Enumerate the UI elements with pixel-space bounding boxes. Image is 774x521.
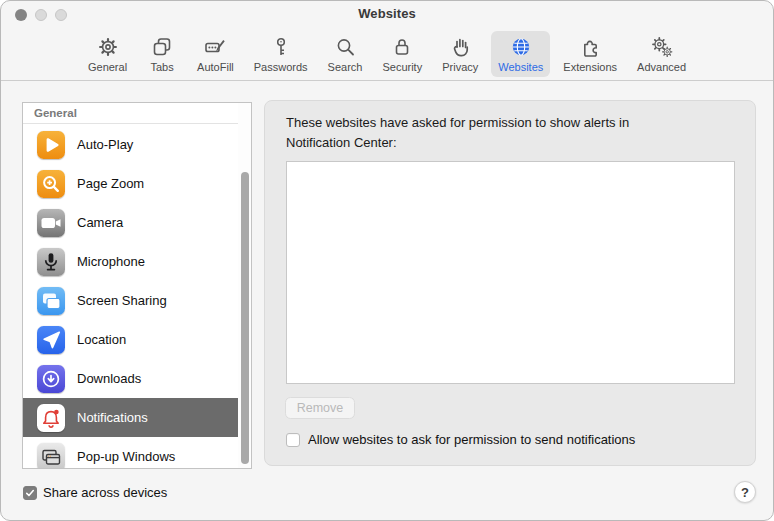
toolbar-tab-label: Tabs	[150, 61, 173, 73]
microphone-icon	[37, 248, 65, 276]
sidebar-item-label: Auto-Play	[77, 137, 133, 152]
location-icon	[37, 326, 65, 354]
sidebar-scrollbar[interactable]	[238, 103, 251, 468]
toolbar-tab-security[interactable]: Security	[375, 31, 429, 77]
hand-icon	[448, 34, 473, 59]
allow-notifications-label: Allow websites to ask for permission to …	[308, 432, 635, 447]
toolbar: GeneralTabsAutoFillPasswordsSearchSecuri…	[1, 29, 773, 81]
sidebar-item-label: Page Zoom	[77, 176, 144, 191]
toolbar-tab-label: Extensions	[563, 61, 617, 73]
safari-preferences-window: Websites GeneralTabsAutoFillPasswordsSea…	[0, 0, 774, 521]
toolbar-tab-label: Websites	[498, 61, 543, 73]
sidebar-item-label: Location	[77, 332, 126, 347]
sidebar-item-label: Screen Sharing	[77, 293, 167, 308]
toolbar-tab-autofill[interactable]: AutoFill	[190, 31, 241, 77]
sidebar-item-camera[interactable]: Camera	[23, 203, 238, 242]
sidebar-list: Auto-PlayPage ZoomCameraMicrophoneScreen…	[23, 125, 251, 468]
camera-icon	[37, 209, 65, 237]
sidebar-item-label: Notifications	[77, 410, 148, 425]
lock-icon	[390, 34, 415, 59]
auto-play-icon	[37, 131, 65, 159]
toolbar-tab-label: Advanced	[637, 61, 686, 73]
sidebar-item-page-zoom[interactable]: Page Zoom	[23, 164, 238, 203]
sidebar-item-location[interactable]: Location	[23, 320, 238, 359]
toolbar-tab-label: Security	[382, 61, 422, 73]
toolbar-tab-extensions[interactable]: Extensions	[556, 31, 624, 77]
autofill-icon	[203, 34, 228, 59]
sidebar: General Auto-PlayPage ZoomCameraMicropho…	[22, 102, 252, 469]
toolbar-tab-label: AutoFill	[197, 61, 234, 73]
share-across-devices-checkbox[interactable]	[23, 486, 37, 500]
gears-icon	[649, 34, 674, 59]
share-across-devices-row: Share across devices	[23, 485, 167, 500]
remove-button[interactable]: Remove	[285, 397, 355, 419]
toolbar-tab-label: Search	[328, 61, 363, 73]
toolbar-tab-tabs[interactable]: Tabs	[140, 31, 184, 77]
sidebar-section-header: General	[23, 103, 251, 124]
window-title: Websites	[1, 6, 773, 21]
tabs-icon	[150, 34, 175, 59]
sidebar-item-auto-play[interactable]: Auto-Play	[23, 125, 238, 164]
toolbar-tab-websites[interactable]: Websites	[491, 31, 550, 77]
toolbar-tab-privacy[interactable]: Privacy	[435, 31, 485, 77]
toolbar-tab-passwords[interactable]: Passwords	[247, 31, 315, 77]
key-icon	[268, 34, 293, 59]
allow-notifications-checkbox[interactable]	[286, 433, 300, 447]
toolbar-tab-advanced[interactable]: Advanced	[630, 31, 693, 77]
notifications-panel: These websites have asked for permission…	[264, 100, 756, 466]
sidebar-item-screen-sharing[interactable]: Screen Sharing	[23, 281, 238, 320]
globe-icon	[508, 34, 533, 59]
toolbar-tab-label: Passwords	[254, 61, 308, 73]
screen-sharing-icon	[37, 287, 65, 315]
sidebar-item-popup-windows[interactable]: Pop-up Windows	[23, 437, 238, 468]
sidebar-item-downloads[interactable]: Downloads	[23, 359, 238, 398]
sidebar-item-label: Downloads	[77, 371, 141, 386]
scrollbar-thumb[interactable]	[241, 172, 249, 464]
popup-windows-icon	[37, 443, 65, 469]
toolbar-tab-search[interactable]: Search	[321, 31, 370, 77]
puzzle-icon	[578, 34, 603, 59]
help-button[interactable]: ?	[734, 481, 756, 503]
toolbar-tab-label: General	[88, 61, 127, 73]
toolbar-tab-general[interactable]: General	[81, 31, 134, 77]
notifications-icon	[37, 404, 65, 432]
allow-notifications-row: Allow websites to ask for permission to …	[286, 432, 635, 447]
sidebar-item-label: Microphone	[77, 254, 145, 269]
sidebar-item-notifications[interactable]: Notifications	[23, 398, 238, 437]
search-icon	[333, 34, 358, 59]
website-permissions-list[interactable]	[286, 161, 735, 384]
toolbar-tab-label: Privacy	[442, 61, 478, 73]
sidebar-item-label: Pop-up Windows	[77, 449, 175, 464]
gear-icon	[95, 34, 120, 59]
sidebar-item-microphone[interactable]: Microphone	[23, 242, 238, 281]
page-zoom-icon	[37, 170, 65, 198]
sidebar-item-label: Camera	[77, 215, 123, 230]
panel-description: These websites have asked for permission…	[286, 113, 686, 153]
downloads-icon	[37, 365, 65, 393]
title-bar: Websites	[1, 1, 773, 29]
share-across-devices-label: Share across devices	[43, 485, 167, 500]
